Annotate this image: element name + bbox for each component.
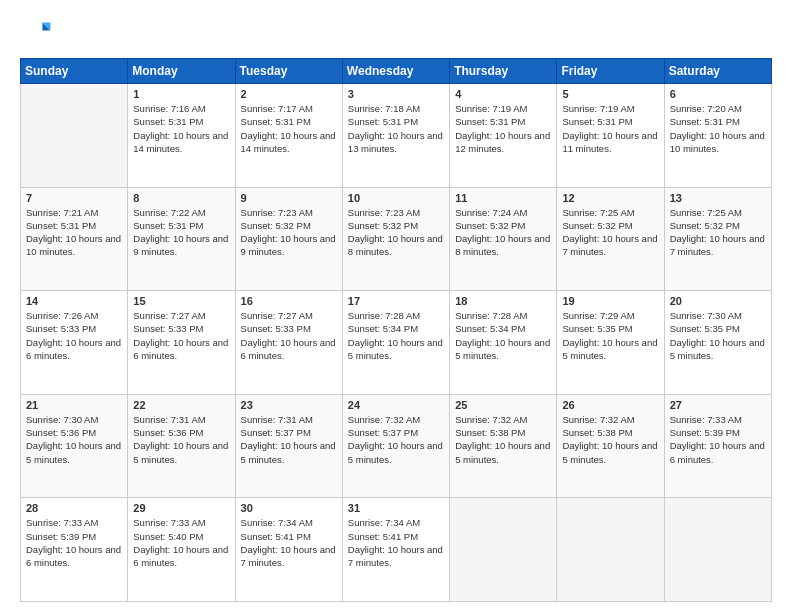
calendar-cell: 16Sunrise: 7:27 AM Sunset: 5:33 PM Dayli…	[235, 291, 342, 395]
calendar-cell: 1Sunrise: 7:16 AM Sunset: 5:31 PM Daylig…	[128, 84, 235, 188]
day-info: Sunrise: 7:20 AM Sunset: 5:31 PM Dayligh…	[670, 102, 766, 155]
calendar-body: 1Sunrise: 7:16 AM Sunset: 5:31 PM Daylig…	[21, 84, 772, 602]
day-info: Sunrise: 7:24 AM Sunset: 5:32 PM Dayligh…	[455, 206, 551, 259]
day-number: 1	[133, 88, 229, 100]
calendar-cell: 25Sunrise: 7:32 AM Sunset: 5:38 PM Dayli…	[450, 394, 557, 498]
day-number: 28	[26, 502, 122, 514]
day-info: Sunrise: 7:33 AM Sunset: 5:40 PM Dayligh…	[133, 516, 229, 569]
day-info: Sunrise: 7:32 AM Sunset: 5:38 PM Dayligh…	[455, 413, 551, 466]
calendar-cell	[450, 498, 557, 602]
day-info: Sunrise: 7:28 AM Sunset: 5:34 PM Dayligh…	[348, 309, 444, 362]
calendar-week-row: 21Sunrise: 7:30 AM Sunset: 5:36 PM Dayli…	[21, 394, 772, 498]
day-info: Sunrise: 7:25 AM Sunset: 5:32 PM Dayligh…	[562, 206, 658, 259]
weekday-header: Monday	[128, 59, 235, 84]
calendar-cell: 2Sunrise: 7:17 AM Sunset: 5:31 PM Daylig…	[235, 84, 342, 188]
calendar-cell: 23Sunrise: 7:31 AM Sunset: 5:37 PM Dayli…	[235, 394, 342, 498]
calendar-table: SundayMondayTuesdayWednesdayThursdayFrid…	[20, 58, 772, 602]
calendar-cell: 18Sunrise: 7:28 AM Sunset: 5:34 PM Dayli…	[450, 291, 557, 395]
calendar-cell: 3Sunrise: 7:18 AM Sunset: 5:31 PM Daylig…	[342, 84, 449, 188]
day-number: 30	[241, 502, 337, 514]
day-number: 10	[348, 192, 444, 204]
calendar-week-row: 28Sunrise: 7:33 AM Sunset: 5:39 PM Dayli…	[21, 498, 772, 602]
weekday-header: Friday	[557, 59, 664, 84]
day-info: Sunrise: 7:29 AM Sunset: 5:35 PM Dayligh…	[562, 309, 658, 362]
day-info: Sunrise: 7:27 AM Sunset: 5:33 PM Dayligh…	[133, 309, 229, 362]
day-info: Sunrise: 7:34 AM Sunset: 5:41 PM Dayligh…	[241, 516, 337, 569]
calendar-cell: 27Sunrise: 7:33 AM Sunset: 5:39 PM Dayli…	[664, 394, 771, 498]
day-number: 3	[348, 88, 444, 100]
logo	[20, 16, 56, 48]
day-number: 18	[455, 295, 551, 307]
calendar-cell: 14Sunrise: 7:26 AM Sunset: 5:33 PM Dayli…	[21, 291, 128, 395]
day-number: 6	[670, 88, 766, 100]
calendar-cell: 8Sunrise: 7:22 AM Sunset: 5:31 PM Daylig…	[128, 187, 235, 291]
day-info: Sunrise: 7:31 AM Sunset: 5:37 PM Dayligh…	[241, 413, 337, 466]
day-number: 27	[670, 399, 766, 411]
day-info: Sunrise: 7:31 AM Sunset: 5:36 PM Dayligh…	[133, 413, 229, 466]
day-info: Sunrise: 7:25 AM Sunset: 5:32 PM Dayligh…	[670, 206, 766, 259]
calendar-cell: 5Sunrise: 7:19 AM Sunset: 5:31 PM Daylig…	[557, 84, 664, 188]
calendar-cell: 11Sunrise: 7:24 AM Sunset: 5:32 PM Dayli…	[450, 187, 557, 291]
day-number: 22	[133, 399, 229, 411]
day-number: 19	[562, 295, 658, 307]
day-info: Sunrise: 7:30 AM Sunset: 5:35 PM Dayligh…	[670, 309, 766, 362]
day-number: 23	[241, 399, 337, 411]
day-info: Sunrise: 7:23 AM Sunset: 5:32 PM Dayligh…	[348, 206, 444, 259]
day-info: Sunrise: 7:16 AM Sunset: 5:31 PM Dayligh…	[133, 102, 229, 155]
calendar-cell: 17Sunrise: 7:28 AM Sunset: 5:34 PM Dayli…	[342, 291, 449, 395]
day-number: 17	[348, 295, 444, 307]
calendar-cell: 12Sunrise: 7:25 AM Sunset: 5:32 PM Dayli…	[557, 187, 664, 291]
calendar-cell: 30Sunrise: 7:34 AM Sunset: 5:41 PM Dayli…	[235, 498, 342, 602]
calendar-page: SundayMondayTuesdayWednesdayThursdayFrid…	[0, 0, 792, 612]
day-number: 12	[562, 192, 658, 204]
weekday-header: Tuesday	[235, 59, 342, 84]
weekday-header: Sunday	[21, 59, 128, 84]
calendar-header: SundayMondayTuesdayWednesdayThursdayFrid…	[21, 59, 772, 84]
day-info: Sunrise: 7:26 AM Sunset: 5:33 PM Dayligh…	[26, 309, 122, 362]
day-info: Sunrise: 7:32 AM Sunset: 5:37 PM Dayligh…	[348, 413, 444, 466]
day-info: Sunrise: 7:32 AM Sunset: 5:38 PM Dayligh…	[562, 413, 658, 466]
header	[20, 16, 772, 48]
day-number: 9	[241, 192, 337, 204]
day-number: 15	[133, 295, 229, 307]
calendar-cell: 31Sunrise: 7:34 AM Sunset: 5:41 PM Dayli…	[342, 498, 449, 602]
calendar-cell	[21, 84, 128, 188]
weekday-header: Wednesday	[342, 59, 449, 84]
calendar-week-row: 14Sunrise: 7:26 AM Sunset: 5:33 PM Dayli…	[21, 291, 772, 395]
calendar-cell: 21Sunrise: 7:30 AM Sunset: 5:36 PM Dayli…	[21, 394, 128, 498]
day-number: 31	[348, 502, 444, 514]
calendar-cell: 6Sunrise: 7:20 AM Sunset: 5:31 PM Daylig…	[664, 84, 771, 188]
day-number: 16	[241, 295, 337, 307]
calendar-cell	[664, 498, 771, 602]
weekday-header: Saturday	[664, 59, 771, 84]
day-number: 25	[455, 399, 551, 411]
day-info: Sunrise: 7:19 AM Sunset: 5:31 PM Dayligh…	[562, 102, 658, 155]
day-info: Sunrise: 7:23 AM Sunset: 5:32 PM Dayligh…	[241, 206, 337, 259]
day-number: 24	[348, 399, 444, 411]
day-info: Sunrise: 7:27 AM Sunset: 5:33 PM Dayligh…	[241, 309, 337, 362]
calendar-cell: 28Sunrise: 7:33 AM Sunset: 5:39 PM Dayli…	[21, 498, 128, 602]
day-info: Sunrise: 7:34 AM Sunset: 5:41 PM Dayligh…	[348, 516, 444, 569]
calendar-cell: 19Sunrise: 7:29 AM Sunset: 5:35 PM Dayli…	[557, 291, 664, 395]
day-info: Sunrise: 7:30 AM Sunset: 5:36 PM Dayligh…	[26, 413, 122, 466]
calendar-cell: 24Sunrise: 7:32 AM Sunset: 5:37 PM Dayli…	[342, 394, 449, 498]
calendar-cell: 20Sunrise: 7:30 AM Sunset: 5:35 PM Dayli…	[664, 291, 771, 395]
day-number: 21	[26, 399, 122, 411]
calendar-cell: 26Sunrise: 7:32 AM Sunset: 5:38 PM Dayli…	[557, 394, 664, 498]
day-number: 8	[133, 192, 229, 204]
calendar-cell: 7Sunrise: 7:21 AM Sunset: 5:31 PM Daylig…	[21, 187, 128, 291]
calendar-week-row: 1Sunrise: 7:16 AM Sunset: 5:31 PM Daylig…	[21, 84, 772, 188]
logo-icon	[20, 16, 52, 48]
day-info: Sunrise: 7:22 AM Sunset: 5:31 PM Dayligh…	[133, 206, 229, 259]
day-info: Sunrise: 7:28 AM Sunset: 5:34 PM Dayligh…	[455, 309, 551, 362]
day-number: 5	[562, 88, 658, 100]
day-number: 7	[26, 192, 122, 204]
day-number: 29	[133, 502, 229, 514]
weekday-header: Thursday	[450, 59, 557, 84]
day-number: 11	[455, 192, 551, 204]
day-info: Sunrise: 7:33 AM Sunset: 5:39 PM Dayligh…	[26, 516, 122, 569]
day-number: 20	[670, 295, 766, 307]
calendar-cell: 10Sunrise: 7:23 AM Sunset: 5:32 PM Dayli…	[342, 187, 449, 291]
day-number: 13	[670, 192, 766, 204]
calendar-week-row: 7Sunrise: 7:21 AM Sunset: 5:31 PM Daylig…	[21, 187, 772, 291]
